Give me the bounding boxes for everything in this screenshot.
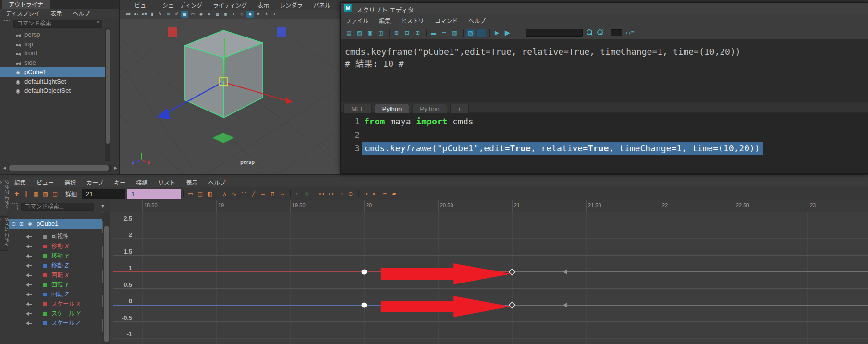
safe-title-icon[interactable]: T — [230, 11, 237, 18]
open-script-icon[interactable]: ▤ — [344, 29, 354, 37]
source-script-icon[interactable]: ▨ — [355, 29, 364, 37]
flat-tangent-icon[interactable]: ─ — [259, 190, 267, 198]
menu-item[interactable]: 編集 — [14, 178, 26, 186]
menu-item[interactable]: 表示 — [50, 9, 62, 17]
step-tangent-icon[interactable]: ⊓ — [269, 190, 277, 198]
clamped-tangent-icon[interactable]: ⌒ — [240, 190, 248, 198]
insert-key-tool-icon[interactable]: ╂ — [22, 190, 30, 198]
manipulator-z-arrowhead[interactable] — [157, 108, 170, 119]
outliner-item-side[interactable]: ■◀side — [0, 58, 105, 68]
code-line[interactable]: 1from maya import cmds — [341, 115, 868, 128]
channel-row-移動-X[interactable]: 移動X — [9, 242, 102, 251]
menu-item[interactable]: ファイル — [345, 16, 368, 25]
time-snap-icon[interactable]: ⇥ — [361, 190, 369, 198]
menu-item[interactable]: ヒストリ — [401, 16, 424, 25]
key-value-field[interactable]: 1 — [127, 189, 181, 199]
key-time-field[interactable]: 21 — [82, 189, 125, 199]
viewport-3d-view[interactable]: z x persp — [120, 19, 340, 174]
collapse-icon[interactable]: ⊖ — [12, 219, 16, 229]
indent-icon[interactable]: ↦≡ — [626, 29, 634, 36]
textured-cube-icon[interactable]: ❖ — [255, 11, 262, 18]
pin-channel-icon[interactable]: ▰ — [390, 190, 398, 198]
lock-tangent-weight-icon[interactable]: ⊝ — [346, 190, 355, 198]
script-tab-mel[interactable]: MEL — [343, 104, 372, 113]
script-search-input[interactable] — [526, 29, 583, 37]
channel-row-可視性[interactable]: 可視性 — [9, 232, 102, 242]
cube-left-face[interactable] — [184, 46, 224, 118]
menu-item[interactable]: ヘルプ — [73, 9, 90, 17]
menu-item[interactable]: ヘルプ — [468, 16, 486, 25]
channel-row-移動-Z[interactable]: 移動Z — [9, 261, 102, 270]
manipulator-x-arrowhead[interactable] — [285, 97, 293, 104]
shadows-icon[interactable]: ◐ — [271, 11, 278, 18]
tree-node-pcube1[interactable]: ⊖ ⊞ ◈ pCube1 — [9, 219, 102, 229]
channel-row-移動-Y[interactable]: 移動Y — [9, 251, 102, 261]
tab-time-editor[interactable]: タイム エディタ — [0, 216, 8, 251]
channel-row-スケール-Y[interactable]: スケールY — [9, 309, 102, 319]
search-and-select-icon[interactable]: + — [586, 29, 593, 37]
code-line[interactable]: 2 — [341, 128, 868, 142]
free-tangent-weight-icon[interactable]: ⊸ — [337, 190, 345, 198]
save-script-icon[interactable]: ▣ — [366, 29, 375, 37]
outliner-item-persp[interactable]: ■◀persp — [0, 30, 105, 39]
keyframe-selected-translate-z-curve[interactable] — [362, 303, 367, 308]
command-completion-icon[interactable]: ▧ — [466, 29, 475, 37]
ground-plane-handle[interactable] — [212, 133, 234, 143]
script-tab-+[interactable]: + — [450, 104, 469, 113]
menu-item[interactable]: 表示 — [257, 1, 269, 9]
safe-action-icon[interactable]: ▣ — [222, 11, 229, 18]
clear-history-icon[interactable]: ⊠ — [392, 29, 401, 37]
tab-graph-editor[interactable]: グラフ エディタ — [0, 179, 8, 214]
search-history-icon[interactable] — [11, 203, 18, 210]
outliner-item-front[interactable]: ■◀front — [0, 49, 105, 58]
expand-icon[interactable]: ⊞ — [19, 219, 24, 229]
resolution-gate-icon[interactable]: ◉ — [197, 11, 205, 18]
save-selected-icon[interactable]: ◫ — [376, 29, 385, 37]
curve-view[interactable]: 2.521.510.50-0.5-1 — [110, 212, 868, 344]
goto-line-field[interactable] — [611, 29, 622, 36]
menu-item[interactable]: ビュー — [37, 178, 54, 186]
scrollbar-thumb[interactable] — [9, 165, 109, 171]
execute-all-icon[interactable]: ▶ — [503, 29, 512, 37]
tab-outliner[interactable]: アウトライナ — [2, 0, 50, 9]
echo-all-commands-icon[interactable]: ▬ — [429, 29, 438, 37]
panel-splitter-handle[interactable] — [35, 172, 88, 172]
menu-item[interactable]: コマンド — [435, 16, 458, 25]
camera-select-icon[interactable]: ◄■ — [124, 11, 131, 18]
search-history-icon[interactable] — [3, 20, 10, 27]
clear-input-icon[interactable]: ⊟ — [403, 29, 412, 37]
lattice-deform-icon[interactable]: ▦ — [32, 190, 40, 198]
outliner-item-pCube1[interactable]: ◈pCube1 — [0, 67, 105, 77]
perspective-viewport-panel[interactable]: ビューシェーディングライティング表示レンダラパネル ◄■◄▪◄✱▮✎⊕✐▦▭◉●… — [120, 0, 340, 174]
menu-item[interactable]: キー — [114, 178, 125, 186]
menu-item[interactable]: レンダラ — [280, 1, 303, 9]
spline-tangent-icon[interactable]: ∿ — [230, 190, 238, 198]
channel-row-回転-Y[interactable]: 回転Y — [9, 280, 102, 290]
menu-item[interactable]: シェーディング — [162, 1, 202, 9]
scrollbar-thumb[interactable] — [104, 226, 109, 342]
menu-item[interactable]: 接線 — [136, 178, 147, 186]
linear-tangent-icon[interactable]: ╱ — [249, 190, 257, 198]
menu-item[interactable]: ヘルプ — [208, 178, 225, 186]
field-chart-icon[interactable]: ▩ — [214, 11, 221, 18]
outliner-item-top[interactable]: ■◀top — [0, 39, 105, 49]
frame-playback-icon[interactable]: ◫ — [196, 190, 204, 198]
shaded-cube-icon[interactable]: ◆ — [246, 11, 254, 18]
grease-pencil-icon[interactable]: ✐ — [173, 11, 180, 18]
suppress-info-icon[interactable]: ▥ — [450, 29, 459, 37]
search-up-icon[interactable]: ↑ — [596, 29, 604, 37]
camera-attributes-icon[interactable]: ◄✱ — [140, 11, 147, 18]
channel-row-スケール-Z[interactable]: スケールZ — [9, 319, 102, 328]
center-current-time-icon[interactable]: ◧ — [206, 190, 214, 198]
swap-buffer-icon[interactable]: ≋ — [303, 190, 311, 198]
bookmark-icon[interactable]: ▮ — [148, 11, 156, 18]
outliner-search-input[interactable]: コマンド検索... — [13, 20, 102, 28]
script-input-pane[interactable]: 1from maya import cmds23cmds.keyframe("p… — [341, 113, 868, 173]
menu-item[interactable]: 表示 — [186, 178, 197, 186]
value-snap-icon[interactable]: ⇤ — [371, 190, 379, 198]
pan-zoom-icon[interactable]: ⊕ — [165, 11, 172, 18]
execute-line-icon[interactable]: ▶ — [492, 29, 501, 37]
script-tab-python[interactable]: Python — [412, 104, 447, 113]
channel-row-回転-X[interactable]: 回転X — [9, 270, 102, 280]
channel-row-スケール-X[interactable]: スケールX — [9, 299, 102, 309]
